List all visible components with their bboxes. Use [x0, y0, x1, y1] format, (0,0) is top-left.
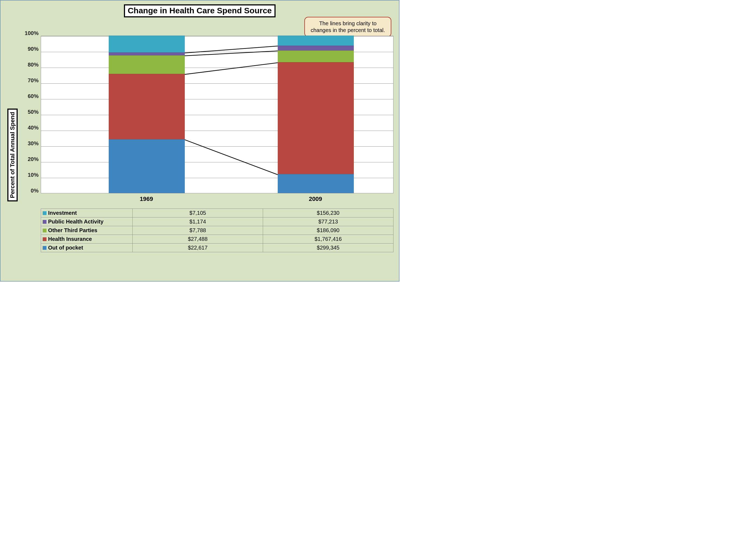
x-tick-label: 2009 — [309, 195, 322, 203]
table-row: Public Health Activity$1,174$77,213 — [41, 217, 393, 226]
y-axis-ticks: 100%90%80%70%60%50%40%30%20%10%0% — [19, 36, 41, 193]
table-row: Other Third Parties$7,788$186,090 — [41, 226, 393, 235]
table-cell: $22,617 — [133, 243, 263, 252]
table-row: Health Insurance$27,488$1,767,416 — [41, 235, 393, 243]
table-cell: $1,174 — [133, 217, 263, 226]
chart-body: Percent of Total Annual Spend 100%90%80%… — [6, 19, 393, 252]
table-cell: $27,488 — [133, 235, 263, 243]
table-cell: $1,767,416 — [263, 235, 393, 243]
svg-line-2 — [185, 63, 278, 74]
table-cell: $156,230 — [263, 209, 393, 217]
table-row: Investment$7,105$156,230 — [41, 209, 393, 217]
x-tick-label: 1969 — [140, 195, 153, 203]
y-axis-title: Percent of Total Annual Spend — [7, 109, 18, 201]
series-label: Health Insurance — [48, 236, 92, 242]
connector-lines — [41, 36, 393, 193]
legend-swatch — [43, 211, 46, 215]
legend-swatch — [43, 237, 46, 241]
series-label: Public Health Activity — [48, 218, 103, 224]
x-axis-labels: 19692009 — [41, 195, 393, 206]
data-table: Investment$7,105$156,230Public Health Ac… — [41, 209, 393, 252]
table-cell: $7,788 — [133, 226, 263, 235]
table-cell: $77,213 — [263, 217, 393, 226]
plot-inner — [41, 36, 393, 193]
chart-container: Change in Health Care Spend Source The l… — [0, 0, 399, 282]
legend-swatch — [43, 246, 46, 250]
table-cell: $186,090 — [263, 226, 393, 235]
table-cell: $299,345 — [263, 243, 393, 252]
table-cell: $7,105 — [133, 209, 263, 217]
plot-area: 19692009 — [41, 36, 393, 210]
series-label: Other Third Parties — [48, 227, 97, 233]
legend-swatch — [43, 220, 46, 224]
series-label: Out of pocket — [48, 245, 83, 251]
table-row: Out of pocket$22,617$299,345 — [41, 243, 393, 252]
series-label: Investment — [48, 210, 77, 216]
legend-swatch — [43, 229, 46, 232]
svg-line-1 — [185, 140, 278, 175]
chart-title: Change in Health Care Spend Source — [124, 4, 276, 17]
